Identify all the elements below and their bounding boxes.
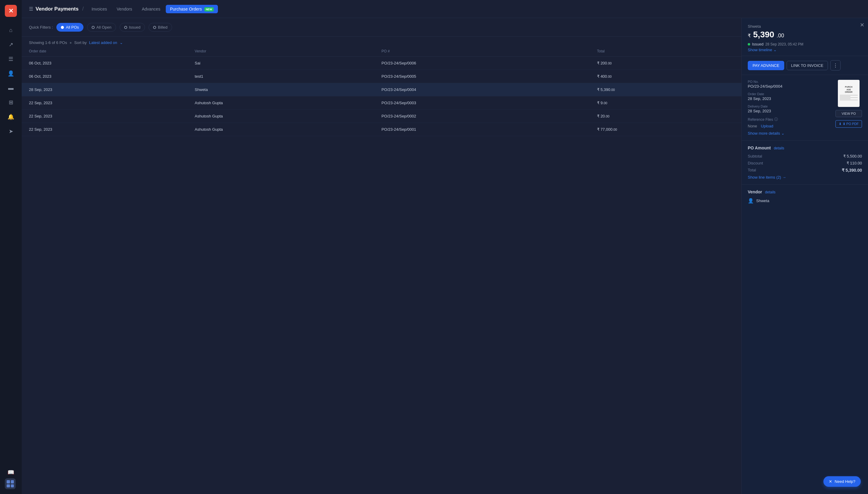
card-icon[interactable]: ▬ (5, 82, 17, 94)
table-row[interactable]: 06 Oct, 2023 Sai PO/23-24/Sep/0006 ₹ 200… (22, 57, 741, 70)
filter-issued[interactable]: Issued (119, 23, 145, 32)
link-invoice-button[interactable]: LINK TO INVOICE (787, 61, 828, 70)
vendor-person-icon: 👤 (748, 198, 754, 204)
status-text: Issued (752, 42, 763, 46)
action-row: PAY ADVANCE LINK TO INVOICE ⋮ (742, 56, 868, 75)
delivery-date-value: 28 Sep, 2023 (748, 109, 831, 113)
new-badge: NEW (204, 7, 214, 12)
detail-fields: PO No. PO/23-24/Sep/0004 Order Date 28 S… (748, 80, 831, 136)
status-row: Issued 28 Sep 2023, 05:42 PM Show timeli… (748, 42, 862, 52)
sort-by[interactable]: Latest added on (89, 40, 117, 45)
bell-icon[interactable]: 🔔 (5, 111, 17, 123)
po-thumbnail-wrap: PURCHASEORDER VIEW PO ⬇ (835, 80, 862, 128)
more-options-button[interactable]: ⋮ (830, 60, 841, 71)
vendor-section-title: Vendor details (748, 189, 862, 194)
vendor-section: Vendor details 👤 Shweta (742, 185, 868, 208)
vendor-name-bottom: Shweta (756, 198, 769, 203)
table-row[interactable]: 06 Oct, 2023 test1 PO/23-24/Sep/0005 ₹ 4… (22, 70, 741, 83)
main-area: ☰ Vendor Payments / Invoices Vendors Adv… (22, 0, 868, 494)
filters-bar: Quick Filters : All POs All Open Issued … (22, 18, 741, 37)
header: ☰ Vendor Payments / Invoices Vendors Adv… (22, 0, 868, 18)
need-help-icon: ✕ (829, 479, 832, 484)
cell-po-num: PO/23-24/Sep/0004 (374, 83, 590, 96)
info-icon: ⓘ (774, 117, 778, 122)
po-amount-title: PO Amount details (748, 146, 862, 150)
nav-vendors[interactable]: Vendors (112, 5, 136, 13)
order-date-value: 28 Sep, 2023 (748, 96, 831, 101)
discount-row: Discount ₹ 110.00 (748, 161, 862, 165)
show-line-items-button[interactable]: Show line items (2) → (748, 175, 862, 179)
nav-invoices[interactable]: Invoices (87, 5, 111, 13)
cell-po-num: PO/23-24/Sep/0002 (374, 110, 590, 123)
book-icon[interactable]: 📖 (5, 466, 17, 478)
detail-currency: ₹ (748, 33, 751, 38)
need-help-button[interactable]: ✕ Need Help? (824, 476, 861, 487)
home-icon[interactable]: ⌂ (5, 24, 17, 36)
close-detail-button[interactable]: ✕ (860, 22, 864, 28)
table-row[interactable]: 22 Sep, 2023 Ashutosh Gupta PO/23-24/Sep… (22, 96, 741, 110)
apps-grid[interactable] (5, 478, 16, 489)
view-po-button[interactable]: VIEW PO (835, 110, 862, 117)
filter-all-open[interactable]: All Open (87, 23, 116, 32)
cell-po-num: PO/23-24/Sep/0001 (374, 123, 590, 136)
grid-icon[interactable]: ⊞ (5, 96, 17, 109)
nav-advances[interactable]: Advances (137, 5, 164, 13)
cell-vendor: Sai (187, 57, 374, 70)
discount-label: Discount (748, 161, 763, 165)
cell-vendor: Ashutosh Gupta (187, 96, 374, 110)
cell-order-date: 28 Sep, 2023 (22, 83, 187, 96)
po-thumbnail: PURCHASEORDER (838, 80, 860, 107)
export-icon[interactable]: ↗ (5, 39, 17, 51)
documents-icon[interactable]: ☰ (5, 53, 17, 65)
cell-total: ₹ 400.00 (590, 70, 741, 83)
send-icon[interactable]: ➤ (5, 125, 17, 137)
po-amount-details-link[interactable]: details (774, 146, 784, 150)
vendor-row: 👤 Shweta (748, 198, 862, 204)
vendor-details-link[interactable]: details (765, 190, 775, 194)
cell-total: ₹ 5,390.00 (590, 83, 741, 96)
filter-all-pos[interactable]: All POs (56, 23, 83, 32)
list-panel: Quick Filters : All POs All Open Issued … (22, 18, 741, 494)
cell-vendor: Ashutosh Gupta (187, 110, 374, 123)
po-pdf-button[interactable]: ⬇ ⬇ PO PDF (835, 120, 862, 128)
showing-count: Showing 1-6 of 6 POs (29, 40, 67, 45)
col-po-num: PO # (374, 46, 590, 57)
filter-dot-all-pos (61, 26, 64, 29)
detail-panel: ✕ Shweta ₹ 5,390 .00 Issued 28 Sep (741, 18, 868, 494)
cell-order-date: 06 Oct, 2023 (22, 57, 187, 70)
show-timeline-button[interactable]: Show timeline ⌄ (748, 48, 803, 52)
cell-po-num: PO/23-24/Sep/0005 (374, 70, 590, 83)
cell-total: ₹ 9.00 (590, 96, 741, 110)
table-row[interactable]: 28 Sep, 2023 Shweta PO/23-24/Sep/0004 ₹ … (22, 83, 741, 96)
person-icon[interactable]: 👤 (5, 68, 17, 79)
col-order-date: Order date (22, 46, 187, 57)
total-label: Total (748, 168, 756, 173)
cell-po-num: PO/23-24/Sep/0003 (374, 96, 590, 110)
app-logo[interactable]: ✕ (5, 5, 17, 17)
header-doc-icon: ☰ (29, 6, 33, 12)
col-vendor: Vendor (187, 46, 374, 57)
status-badge: Issued 28 Sep 2023, 05:42 PM (748, 42, 803, 46)
table-row[interactable]: 22 Sep, 2023 Ashutosh Gupta PO/23-24/Sep… (22, 110, 741, 123)
upload-button[interactable]: Upload (761, 124, 773, 128)
header-separator: / (82, 6, 84, 12)
detail-header: Shweta ₹ 5,390 .00 Issued 28 Sep 2023, 0… (742, 18, 868, 56)
delivery-date-label: Delivery Date (748, 104, 831, 108)
cell-vendor: Ashutosh Gupta (187, 123, 374, 136)
filter-billed[interactable]: Billed (149, 23, 172, 32)
table-row[interactable]: 22 Sep, 2023 Ashutosh Gupta PO/23-24/Sep… (22, 123, 741, 136)
nav-purchase-orders[interactable]: Purchase Orders NEW (166, 5, 218, 13)
show-more-details-button[interactable]: Show more details ⌄ (748, 131, 831, 136)
detail-amount-dec: .00 (777, 33, 784, 39)
order-date-field: Order Date 28 Sep, 2023 (748, 92, 831, 101)
reference-files-label: Reference Files ⓘ (748, 117, 831, 122)
download-icon: ⬇ (839, 122, 842, 126)
detail-grid: PO No. PO/23-24/Sep/0004 Order Date 28 S… (748, 80, 862, 136)
pay-advance-button[interactable]: PAY ADVANCE (748, 61, 784, 70)
content-area: Quick Filters : All POs All Open Issued … (22, 18, 868, 494)
subtotal-value: ₹ 5,500.00 (843, 154, 862, 158)
order-date-label: Order Date (748, 92, 831, 96)
status-date: 28 Sep 2023, 05:42 PM (765, 42, 803, 46)
delivery-date-field: Delivery Date 28 Sep, 2023 (748, 104, 831, 113)
detail-amount: ₹ 5,390 .00 (748, 30, 862, 39)
